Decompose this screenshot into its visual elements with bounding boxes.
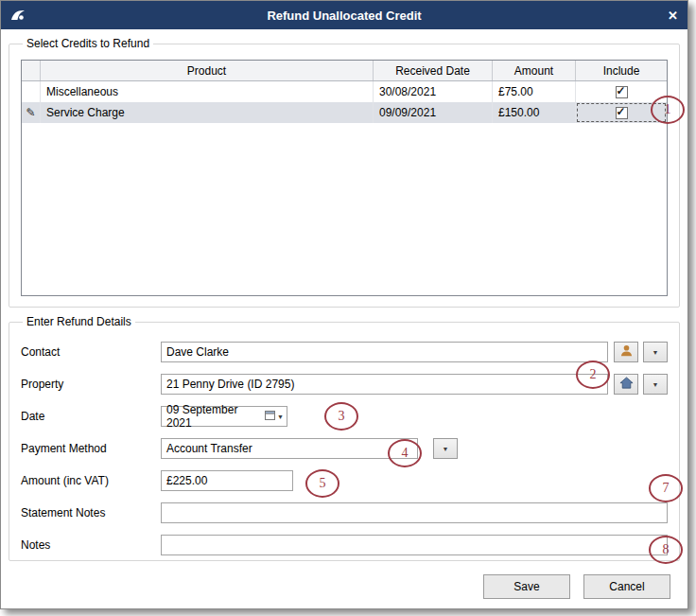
calendar-icon: [265, 410, 275, 423]
received-date-cell[interactable]: 09/09/2021: [374, 102, 493, 123]
date-picker[interactable]: 09 September 2021 ▼: [161, 406, 287, 427]
credits-grid: Product Received Date Amount Include Mis…: [21, 60, 668, 296]
table-row[interactable]: ✎ Service Charge 09/09/2021 £150.00: [22, 102, 667, 123]
chevron-down-icon: ▼: [277, 414, 284, 420]
chevron-down-icon: ▼: [652, 381, 659, 388]
contact-lookup-button[interactable]: [614, 342, 638, 362]
details-section-title: Enter Refund Details: [23, 315, 135, 328]
include-checkbox[interactable]: [616, 86, 628, 98]
amount-cell[interactable]: £150.00: [493, 102, 576, 123]
grid-header-row: Product Received Date Amount Include: [22, 61, 667, 81]
table-row[interactable]: Miscellaneous 30/08/2021 £75.00: [22, 81, 667, 102]
save-button[interactable]: Save: [483, 574, 570, 599]
notes-label: Notes: [21, 538, 161, 552]
chevron-down-icon: ▼: [652, 349, 659, 356]
payment-method-label: Payment Method: [21, 442, 161, 455]
person-icon: [619, 343, 634, 361]
close-icon[interactable]: ✕: [657, 9, 678, 23]
app-icon: [10, 8, 27, 23]
property-label: Property: [21, 378, 161, 391]
property-lookup-button[interactable]: [614, 374, 638, 395]
chevron-down-icon: ▼: [443, 446, 449, 452]
credits-section-title: Select Credits to Refund: [23, 37, 153, 50]
contact-label: Contact: [21, 345, 161, 359]
payment-method-dropdown-button[interactable]: ▼: [433, 438, 458, 459]
dialog-title: Refund Unallocated Credit: [1, 9, 687, 23]
screenshot-stage: Refund Unallocated Credit ✕ Select Credi…: [0, 0, 696, 616]
statement-notes-input[interactable]: [161, 502, 668, 523]
notes-row: Notes: [21, 535, 668, 555]
grid-header-amount[interactable]: Amount: [493, 61, 576, 80]
edit-pencil-icon: ✎: [26, 107, 35, 118]
cancel-button[interactable]: Cancel: [583, 574, 670, 599]
row-selector-cell[interactable]: [22, 81, 41, 102]
titlebar[interactable]: Refund Unallocated Credit ✕: [1, 1, 687, 29]
grid-header-selector: [22, 61, 41, 80]
house-icon: [619, 376, 634, 393]
property-row: Property 21 Penny Drive (ID 2795) ▼: [21, 374, 668, 395]
product-cell[interactable]: Miscellaneous: [41, 81, 374, 102]
statement-notes-label: Statement Notes: [21, 506, 161, 519]
statement-notes-row: Statement Notes: [21, 502, 668, 523]
amount-label: Amount (inc VAT): [21, 474, 161, 487]
date-value: 09 September 2021: [166, 403, 265, 430]
property-dropdown-button[interactable]: ▼: [643, 374, 668, 395]
grid-empty-area: [22, 123, 667, 295]
contact-row: Contact Dave Clarke ▼: [21, 342, 668, 362]
include-cell[interactable]: [576, 81, 667, 102]
date-row: Date 09 September 2021 ▼: [21, 406, 668, 427]
payment-method-row: Payment Method Account Transfer ▼: [21, 438, 668, 459]
amount-field[interactable]: £225.00: [161, 470, 293, 491]
date-dropdown-button[interactable]: ▼: [265, 410, 284, 423]
include-checkbox[interactable]: [616, 107, 628, 119]
refund-details-groupbox: Enter Refund Details Contact Dave Clarke…: [9, 315, 680, 561]
credits-groupbox: Select Credits to Refund Product Receive…: [9, 37, 680, 308]
include-cell[interactable]: [576, 102, 667, 123]
grid-header-include[interactable]: Include: [576, 61, 667, 80]
received-date-cell[interactable]: 30/08/2021: [374, 81, 493, 102]
contact-field[interactable]: Dave Clarke: [161, 342, 608, 362]
footer: Save Cancel: [1, 574, 670, 599]
grid-header-product[interactable]: Product: [41, 61, 374, 80]
row-selector-cell[interactable]: ✎: [22, 102, 41, 123]
property-field[interactable]: 21 Penny Drive (ID 2795): [161, 374, 608, 395]
refund-unallocated-credit-dialog: Refund Unallocated Credit ✕ Select Credi…: [0, 0, 688, 609]
product-cell[interactable]: Service Charge: [41, 102, 374, 123]
notes-input[interactable]: [161, 535, 668, 555]
grid-header-received-date[interactable]: Received Date: [374, 61, 493, 80]
amount-cell[interactable]: £75.00: [493, 81, 576, 102]
payment-method-field[interactable]: Account Transfer: [161, 438, 418, 459]
date-label: Date: [21, 410, 161, 423]
contact-dropdown-button[interactable]: ▼: [643, 342, 668, 362]
amount-row: Amount (inc VAT) £225.00: [21, 470, 668, 491]
